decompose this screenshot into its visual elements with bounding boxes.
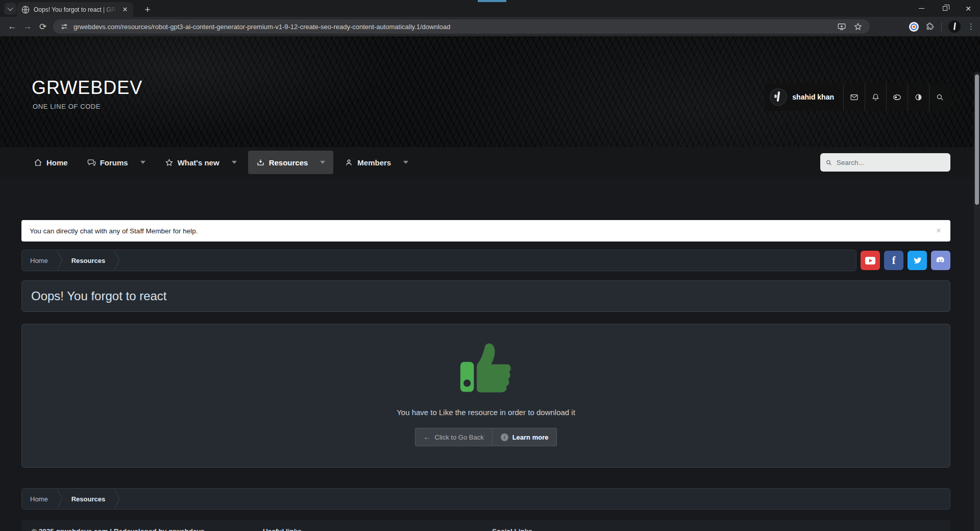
alerts-button[interactable] bbox=[865, 83, 886, 111]
account-menu[interactable]: shahid khan bbox=[765, 83, 843, 111]
footer-useful-links-column: Useful links Contact us Another helpful … bbox=[263, 527, 431, 531]
adblock-extension-icon[interactable] bbox=[909, 22, 919, 32]
footer-social-links-title: Social Links bbox=[492, 527, 706, 531]
home-icon bbox=[34, 158, 42, 167]
nav-item-members[interactable]: Members bbox=[336, 151, 416, 174]
install-app-icon[interactable] bbox=[837, 22, 846, 31]
close-notice-icon[interactable]: × bbox=[935, 226, 942, 236]
discord-icon bbox=[936, 256, 946, 264]
scrollbar-thumb[interactable] bbox=[975, 75, 979, 205]
contrast-icon bbox=[914, 93, 923, 102]
nav-label: Members bbox=[357, 158, 391, 167]
window-close-button[interactable]: ✕ bbox=[957, 0, 980, 17]
footer-about-column: © 2025 grwebdevs.com | Redeveloped by gr… bbox=[32, 527, 259, 531]
window-controls: ✕ bbox=[910, 0, 980, 17]
chevron-down-icon[interactable] bbox=[403, 161, 408, 164]
nav-item-whats-new[interactable]: What's new bbox=[157, 151, 245, 174]
breadcrumb-separator-icon bbox=[56, 250, 63, 271]
learn-more-button[interactable]: i Learn more bbox=[493, 428, 557, 446]
address-bar[interactable]: grwebdevs.com/resources/robot-gpt3-ai-co… bbox=[53, 19, 870, 34]
breadcrumb-separator-icon bbox=[56, 488, 63, 510]
forward-button[interactable]: → bbox=[20, 19, 35, 34]
thumbs-up-icon bbox=[459, 342, 512, 397]
new-tab-button[interactable]: + bbox=[141, 3, 154, 16]
discord-button[interactable] bbox=[931, 251, 950, 270]
learn-more-label: Learn more bbox=[512, 433, 549, 441]
site-footer: © 2025 grwebdevs.com | Redeveloped by gr… bbox=[21, 520, 950, 531]
nav-label: Home bbox=[46, 158, 68, 167]
like-required-message: You have to Like the resource in order t… bbox=[397, 408, 575, 417]
toolbar-divider bbox=[941, 22, 942, 31]
breadcrumb-home[interactable]: Home bbox=[22, 489, 56, 509]
nav-label: Forums bbox=[100, 158, 128, 167]
facebook-button[interactable]: f bbox=[884, 251, 903, 270]
extensions-puzzle-icon[interactable] bbox=[925, 22, 935, 31]
forums-icon bbox=[87, 158, 96, 167]
browser-menu-button[interactable]: ⋮ bbox=[967, 22, 975, 31]
info-icon: i bbox=[501, 433, 508, 441]
page-scrollbar[interactable] bbox=[974, 73, 980, 531]
breadcrumb: Home Resources bbox=[21, 488, 950, 510]
star-icon bbox=[165, 158, 174, 167]
site-logo[interactable]: GRWEBDEV bbox=[32, 77, 142, 99]
search-icon bbox=[825, 159, 832, 166]
chevron-down-icon[interactable] bbox=[232, 161, 237, 164]
reload-button[interactable]: ⟳ bbox=[36, 19, 50, 34]
browser-toolbar: ← → ⟳ grwebdevs.com/resources/robot-gpt3… bbox=[0, 17, 980, 36]
restore-icon bbox=[943, 6, 947, 11]
twitter-button[interactable] bbox=[908, 251, 927, 270]
arrow-left-icon: ← bbox=[424, 433, 431, 441]
search-input[interactable] bbox=[837, 159, 945, 166]
main-panel: You have to Like the resource in order t… bbox=[21, 324, 950, 468]
page-viewport: GRWEBDEV ONE LINE OF CODE shahid khan bbox=[0, 36, 980, 531]
notice-text: You can directly chat with any of Staff … bbox=[30, 227, 935, 235]
url-text[interactable]: grwebdevs.com/resources/robot-gpt3-ai-co… bbox=[74, 23, 837, 31]
breadcrumb: Home Resources bbox=[21, 250, 856, 271]
globe-favicon-icon bbox=[21, 5, 30, 14]
browser-tab[interactable]: Oops! You forgot to react | GR W ✕ bbox=[17, 2, 133, 17]
minimize-icon bbox=[919, 8, 924, 9]
window-restore-button[interactable] bbox=[933, 0, 957, 17]
bookmark-star-icon[interactable] bbox=[853, 22, 863, 31]
nav-item-forums[interactable]: Forums bbox=[79, 151, 154, 174]
nav-items: Home Forums What's new Resour bbox=[26, 147, 416, 178]
inbox-button[interactable] bbox=[843, 83, 865, 111]
back-button[interactable]: ← bbox=[5, 19, 19, 34]
chevron-down-icon[interactable] bbox=[140, 161, 145, 164]
breadcrumb-resources[interactable]: Resources bbox=[63, 250, 113, 271]
nav-label: What's new bbox=[178, 158, 219, 167]
envelope-icon bbox=[850, 93, 859, 102]
browser-tab-strip: Oops! You forgot to react | GR W ✕ + ✕ bbox=[0, 0, 980, 17]
nav-label: Resources bbox=[269, 158, 308, 167]
breadcrumb-home[interactable]: Home bbox=[22, 250, 56, 271]
bell-icon bbox=[871, 93, 880, 102]
close-tab-icon[interactable]: ✕ bbox=[121, 6, 129, 14]
chevron-down-icon[interactable] bbox=[320, 161, 325, 164]
tab-title: Oops! You forgot to react | GR W bbox=[34, 6, 117, 13]
search-box[interactable] bbox=[820, 153, 950, 172]
site-settings-icon[interactable] bbox=[60, 22, 68, 31]
footer-useful-links-title: Useful links bbox=[263, 527, 431, 531]
nav-item-home[interactable]: Home bbox=[26, 151, 76, 174]
youtube-icon bbox=[865, 257, 875, 264]
site-tagline: ONE LINE OF CODE bbox=[33, 103, 101, 110]
site-header: GRWEBDEV ONE LINE OF CODE shahid khan bbox=[0, 36, 980, 147]
browser-profile-avatar[interactable] bbox=[948, 20, 961, 33]
nav-item-resources[interactable]: Resources bbox=[248, 151, 334, 174]
go-back-button[interactable]: ← Click to Go Back bbox=[415, 428, 493, 446]
youtube-button[interactable] bbox=[861, 251, 880, 270]
resources-download-icon bbox=[256, 158, 265, 167]
breadcrumb-resources[interactable]: Resources bbox=[63, 489, 113, 509]
header-search-button[interactable] bbox=[929, 83, 950, 111]
tab-strip-accent bbox=[478, 0, 506, 2]
avatar-detail bbox=[953, 22, 956, 30]
avatar bbox=[770, 88, 787, 106]
style-chooser-button[interactable] bbox=[908, 83, 929, 111]
tab-search-button[interactable] bbox=[4, 3, 16, 15]
breadcrumb-separator-icon bbox=[113, 488, 120, 510]
facebook-icon: f bbox=[892, 255, 896, 267]
window-minimize-button[interactable] bbox=[910, 0, 933, 17]
avatar-detail bbox=[774, 94, 777, 98]
social-buttons: f bbox=[861, 250, 950, 271]
night-mode-toggle-button[interactable] bbox=[886, 83, 908, 111]
